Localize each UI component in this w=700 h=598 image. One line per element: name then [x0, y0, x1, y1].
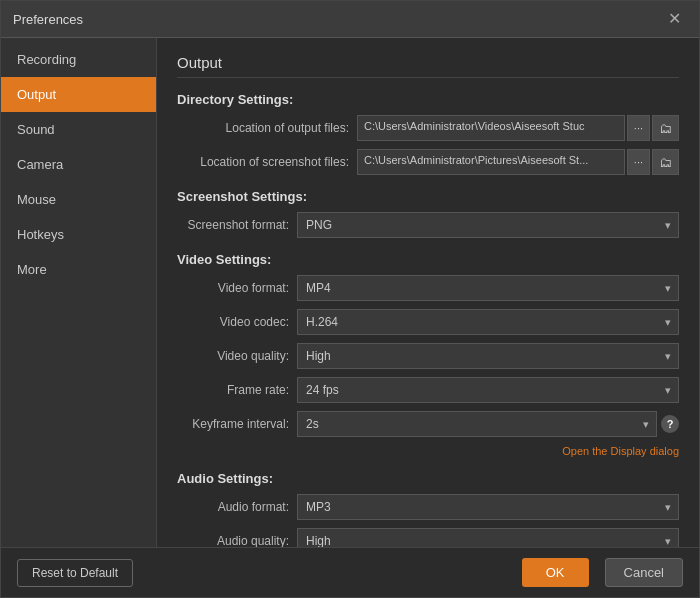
title-bar: Preferences ✕: [1, 1, 699, 38]
audio-quality-select-wrap: High Medium Low: [297, 528, 679, 547]
section-title: Output: [177, 54, 679, 78]
cancel-button[interactable]: Cancel: [605, 558, 683, 587]
dialog-body: Recording Output Sound Camera Mouse Hotk…: [1, 38, 699, 547]
output-files-input-wrap: C:\Users\Administrator\Videos\Aiseesoft …: [357, 115, 679, 141]
output-files-label: Location of output files:: [177, 121, 357, 135]
keyframe-interval-select[interactable]: 2s 5s 10s: [297, 411, 657, 437]
directory-settings-title: Directory Settings:: [177, 92, 679, 107]
audio-format-select-wrap: MP3 AAC OGG FLAC: [297, 494, 679, 520]
video-format-select[interactable]: MP4 MOV AVI FLV: [297, 275, 679, 301]
screenshot-files-row: Location of screenshot files: C:\Users\A…: [177, 149, 679, 175]
keyframe-interval-label: Keyframe interval:: [177, 417, 297, 431]
video-quality-label: Video quality:: [177, 349, 297, 363]
reset-button[interactable]: Reset to Default: [17, 559, 133, 587]
screenshot-format-select-wrap: PNG JPG BMP: [297, 212, 679, 238]
audio-quality-label: Audio quality:: [177, 534, 297, 547]
video-codec-label: Video codec:: [177, 315, 297, 329]
screenshot-format-label: Screenshot format:: [177, 218, 297, 232]
sidebar-item-hotkeys[interactable]: Hotkeys: [1, 217, 156, 252]
output-files-path[interactable]: C:\Users\Administrator\Videos\Aiseesoft …: [357, 115, 625, 141]
video-format-label: Video format:: [177, 281, 297, 295]
audio-format-label: Audio format:: [177, 500, 297, 514]
screenshot-settings-title: Screenshot Settings:: [177, 189, 679, 204]
output-files-row: Location of output files: C:\Users\Admin…: [177, 115, 679, 141]
audio-format-row: Audio format: MP3 AAC OGG FLAC: [177, 494, 679, 520]
video-settings-title: Video Settings:: [177, 252, 679, 267]
audio-quality-select[interactable]: High Medium Low: [297, 528, 679, 547]
video-format-select-wrap: MP4 MOV AVI FLV: [297, 275, 679, 301]
audio-format-select[interactable]: MP3 AAC OGG FLAC: [297, 494, 679, 520]
frame-rate-label: Frame rate:: [177, 383, 297, 397]
sidebar-item-output[interactable]: Output: [1, 77, 156, 112]
video-quality-row: Video quality: High Medium Low Lossless …: [177, 343, 679, 369]
screenshot-format-row: Screenshot format: PNG JPG BMP: [177, 212, 679, 238]
output-files-dots-button[interactable]: ···: [627, 115, 650, 141]
frame-rate-row: Frame rate: 24 fps 25 fps 30 fps 60 fps: [177, 377, 679, 403]
keyframe-help-icon[interactable]: ?: [661, 415, 679, 433]
video-format-row: Video format: MP4 MOV AVI FLV: [177, 275, 679, 301]
sidebar-item-sound[interactable]: Sound: [1, 112, 156, 147]
ok-button[interactable]: OK: [522, 558, 589, 587]
footer-right-buttons: OK Cancel: [522, 558, 683, 587]
video-quality-select[interactable]: High Medium Low Lossless Custom: [297, 343, 679, 369]
keyframe-interval-row: Keyframe interval: 2s 5s 10s ?: [177, 411, 679, 437]
frame-rate-select-wrap: 24 fps 25 fps 30 fps 60 fps: [297, 377, 679, 403]
audio-settings-title: Audio Settings:: [177, 471, 679, 486]
dialog-title: Preferences: [13, 12, 83, 27]
keyframe-interval-select-wrap: 2s 5s 10s: [297, 411, 657, 437]
frame-rate-select[interactable]: 24 fps 25 fps 30 fps 60 fps: [297, 377, 679, 403]
folder-icon: 🗂: [659, 121, 672, 136]
close-button[interactable]: ✕: [662, 9, 687, 29]
preferences-dialog: Preferences ✕ Recording Output Sound Cam…: [0, 0, 700, 598]
screenshot-files-folder-button[interactable]: 🗂: [652, 149, 679, 175]
sidebar-item-mouse[interactable]: Mouse: [1, 182, 156, 217]
screenshot-files-input-wrap: C:\Users\Administrator\Pictures\Aiseesof…: [357, 149, 679, 175]
sidebar-item-camera[interactable]: Camera: [1, 147, 156, 182]
video-codec-select[interactable]: H.264 H.265 MPEG-4: [297, 309, 679, 335]
screenshot-files-path[interactable]: C:\Users\Administrator\Pictures\Aiseesof…: [357, 149, 625, 175]
video-quality-select-wrap: High Medium Low Lossless Custom: [297, 343, 679, 369]
footer: Reset to Default OK Cancel: [1, 547, 699, 597]
content-area: Output Directory Settings: Location of o…: [156, 38, 699, 547]
audio-quality-row: Audio quality: High Medium Low: [177, 528, 679, 547]
output-files-folder-button[interactable]: 🗂: [652, 115, 679, 141]
screenshot-format-select[interactable]: PNG JPG BMP: [297, 212, 679, 238]
sidebar: Recording Output Sound Camera Mouse Hotk…: [1, 38, 156, 547]
screenshot-files-dots-button[interactable]: ···: [627, 149, 650, 175]
video-codec-select-wrap: H.264 H.265 MPEG-4: [297, 309, 679, 335]
sidebar-item-recording[interactable]: Recording: [1, 42, 156, 77]
sidebar-item-more[interactable]: More: [1, 252, 156, 287]
folder-icon-2: 🗂: [659, 155, 672, 170]
display-dialog-link-row: Open the Display dialog: [177, 445, 679, 457]
display-dialog-link[interactable]: Open the Display dialog: [562, 445, 679, 457]
screenshot-files-label: Location of screenshot files:: [177, 155, 357, 169]
video-codec-row: Video codec: H.264 H.265 MPEG-4: [177, 309, 679, 335]
